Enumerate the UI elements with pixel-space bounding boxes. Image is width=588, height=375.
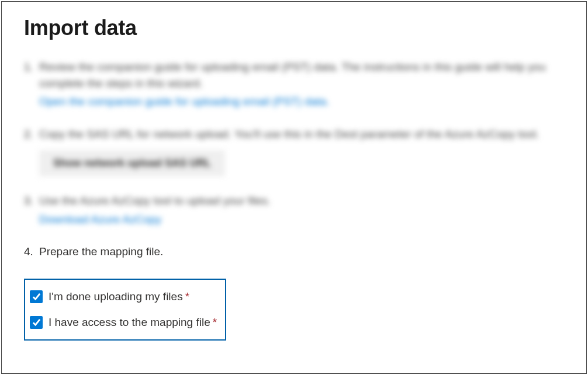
show-sas-url-button[interactable]: Show network upload SAS URL xyxy=(39,150,225,176)
required-indicator: * xyxy=(185,290,189,303)
required-indicator: * xyxy=(213,316,217,329)
done-uploading-label: I'm done uploading my files xyxy=(49,290,183,303)
checkbox-highlight-region: I'm done uploading my files * I have acc… xyxy=(24,279,226,341)
done-uploading-checkbox[interactable] xyxy=(30,290,43,303)
have-mapping-label: I have access to the mapping file xyxy=(49,316,210,329)
step-3-text: Use the Azure AzCopy tool to upload your… xyxy=(39,195,271,207)
step-2: Copy the SAS URL for network upload. You… xyxy=(24,126,564,177)
step-3: Use the Azure AzCopy tool to upload your… xyxy=(24,193,564,227)
steps-list: Review the companion guide for uploading… xyxy=(24,59,564,260)
done-uploading-checkbox-row: I'm done uploading my files * xyxy=(30,290,217,303)
step-1-text: Review the companion guide for uploading… xyxy=(39,61,546,89)
checkmark-icon xyxy=(32,318,41,327)
step-1: Review the companion guide for uploading… xyxy=(24,59,564,110)
have-mapping-checkbox-row: I have access to the mapping file * xyxy=(30,316,217,329)
download-azcopy-link[interactable]: Download Azure AzCopy xyxy=(39,211,564,228)
page-title: Import data xyxy=(24,16,564,40)
wizard-panel: Import data Review the companion guide f… xyxy=(1,1,587,374)
step-2-text: Copy the SAS URL for network upload. You… xyxy=(39,128,539,140)
companion-guide-link[interactable]: Open the companion guide for uploading e… xyxy=(39,93,564,110)
step-4: Prepare the mapping file. xyxy=(24,244,564,260)
step-4-text: Prepare the mapping file. xyxy=(39,245,163,258)
checkmark-icon xyxy=(32,292,41,301)
have-mapping-checkbox[interactable] xyxy=(30,316,43,329)
